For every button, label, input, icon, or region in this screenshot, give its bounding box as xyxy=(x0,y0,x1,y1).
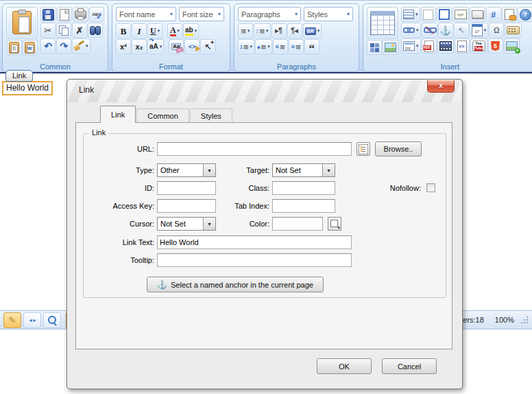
design-mode-button[interactable]: ✎ xyxy=(3,312,21,328)
link-text-input[interactable] xyxy=(157,235,352,249)
indent-button[interactable]: ≡ xyxy=(289,39,304,54)
spellcheck-button[interactable]: ABC xyxy=(89,7,104,22)
color-input[interactable] xyxy=(272,217,323,231)
br-icon: BR xyxy=(305,27,316,35)
close-button[interactable]: x xyxy=(427,80,455,93)
remove-link-button[interactable] xyxy=(422,23,437,38)
delete-button[interactable]: ✗ xyxy=(72,23,87,38)
insert-pdf-button[interactable] xyxy=(422,38,437,54)
cut-button[interactable]: ✂ xyxy=(40,23,56,38)
target-select[interactable]: Not Set ▼ xyxy=(272,163,335,177)
html-mode-button[interactable]: ◄► xyxy=(23,312,41,328)
page-properties-icon xyxy=(505,9,514,20)
nofollow-checkbox[interactable] xyxy=(426,183,435,192)
special-character-button[interactable]: Ω xyxy=(489,23,504,38)
subscript-button[interactable]: x₂ xyxy=(132,39,147,54)
tab-common[interactable]: Common xyxy=(136,108,189,123)
find-button[interactable] xyxy=(88,23,103,38)
insert-line-break-button[interactable]: BR▾ xyxy=(303,23,322,38)
save-button[interactable] xyxy=(40,7,56,22)
outdent-button[interactable]: ≡ xyxy=(273,39,288,54)
numbered-list-button[interactable]: ≡▾ xyxy=(238,39,254,54)
html5-button[interactable]: 5 xyxy=(488,38,503,54)
tab-index-input[interactable] xyxy=(272,199,335,213)
align-button[interactable]: ≡▾ xyxy=(238,23,253,38)
italic-button[interactable]: I xyxy=(132,23,147,38)
calendar-icon xyxy=(472,24,483,36)
tab-link[interactable]: Link xyxy=(100,106,136,123)
chevron-down-icon: ▾ xyxy=(218,11,221,17)
type-label: Type: xyxy=(86,163,154,177)
chevron-down-icon[interactable]: ▼ xyxy=(322,164,335,176)
paragraph-style-combo[interactable]: Paragraphs▾ xyxy=(238,7,301,21)
paste-from-word-button[interactable] xyxy=(23,40,38,55)
paste-button[interactable] xyxy=(6,7,38,38)
cancel-button[interactable]: Cancel xyxy=(382,358,437,374)
underline-button[interactable]: U▾ xyxy=(147,23,162,38)
insert-grid-button[interactable]: # xyxy=(486,7,501,22)
help-button[interactable]: ? xyxy=(518,7,532,22)
preview-mode-button[interactable] xyxy=(43,312,61,328)
dialog-titlebar[interactable]: Link x xyxy=(68,80,461,102)
code-snippet-button[interactable]: <> xyxy=(455,38,470,54)
tab-styles[interactable]: Styles xyxy=(190,108,232,123)
css-styles-combo[interactable]: Styles▾ xyxy=(304,7,353,21)
insert-table-button[interactable] xyxy=(367,7,398,38)
resize-grip-icon[interactable] xyxy=(520,315,529,324)
page-properties-button[interactable] xyxy=(502,7,517,22)
paste-plain-button[interactable] xyxy=(7,40,22,55)
new-document-button[interactable] xyxy=(57,7,72,22)
left-to-right-button[interactable]: ▸¶ xyxy=(271,23,287,38)
url-input[interactable] xyxy=(157,142,352,156)
bold-button[interactable]: B xyxy=(116,23,131,38)
insert-link-button[interactable]: ▾ xyxy=(401,23,421,38)
browse-button[interactable]: Browse.. xyxy=(375,141,422,157)
text-box-button[interactable] xyxy=(470,7,485,22)
line-spacing-button[interactable]: ≡▾ xyxy=(254,23,271,38)
document-manager-button[interactable]: ▾ xyxy=(401,38,421,54)
placeholder-button[interactable]: xyz xyxy=(452,7,469,22)
form-elements-button[interactable]: ▾ xyxy=(401,7,420,22)
link-dialog: Link x Link Common Styles Link URL: Brow… xyxy=(66,79,463,389)
highlight-color-button[interactable]: ab▾ xyxy=(183,23,199,38)
dialog-tab-panel: Link URL: Browse.. Type: Other ▼ Target:… xyxy=(75,122,452,349)
strip-formatting-button[interactable]: Aa xyxy=(169,39,184,54)
redo-button[interactable]: ↷ xyxy=(56,38,71,54)
link-tree-button[interactable] xyxy=(356,142,370,156)
select-arrow-button[interactable]: ↖ xyxy=(454,23,469,38)
select-named-anchor-button[interactable]: ⚓ Select a named anchor in the current p… xyxy=(147,277,324,292)
font-name-combo[interactable]: Font name▾ xyxy=(116,7,176,21)
insert-image-button[interactable] xyxy=(504,38,520,54)
select-element-button[interactable]: ↖ xyxy=(200,39,215,54)
tooltip-input[interactable] xyxy=(157,253,352,267)
youtube-button[interactable] xyxy=(470,38,487,54)
undo-button[interactable]: ↶ xyxy=(40,38,56,54)
bullet-list-button[interactable]: ≡▾ xyxy=(255,39,272,54)
color-picker-button[interactable] xyxy=(328,217,341,231)
module-manager-button[interactable] xyxy=(367,40,382,55)
printer-icon xyxy=(75,10,86,19)
format-painter-button[interactable]: ▾ xyxy=(72,38,90,54)
right-to-left-button[interactable]: ¶◂ xyxy=(287,23,302,38)
ok-button[interactable]: OK xyxy=(317,358,372,374)
fieldset-button[interactable] xyxy=(437,7,452,22)
date-time-button[interactable]: ▾ xyxy=(470,23,489,38)
omega-icon: Ω xyxy=(494,27,499,34)
chevron-down-icon: ▾ xyxy=(158,28,160,34)
change-case-button[interactable]: aA▾ xyxy=(147,39,164,54)
clean-code-button[interactable]: <> xyxy=(184,39,200,54)
image-manager-button[interactable] xyxy=(383,40,398,55)
insert-anchor-button[interactable]: ⚓ xyxy=(438,23,453,38)
insert-media-button[interactable] xyxy=(437,38,454,54)
font-color-button[interactable]: A▾ xyxy=(167,23,182,38)
keyboard-button[interactable] xyxy=(505,23,522,38)
font-size-combo[interactable]: Font size▾ xyxy=(179,7,224,21)
superscript-button[interactable]: x² xyxy=(116,39,131,54)
class-input[interactable] xyxy=(272,181,335,195)
copy-button[interactable] xyxy=(56,23,71,38)
show-borders-button[interactable] xyxy=(421,7,436,22)
chevron-down-icon: ▾ xyxy=(416,27,419,33)
blockquote-button[interactable]: “ xyxy=(304,39,319,54)
print-button[interactable] xyxy=(73,7,88,22)
selected-text[interactable]: Hello World xyxy=(2,81,53,95)
